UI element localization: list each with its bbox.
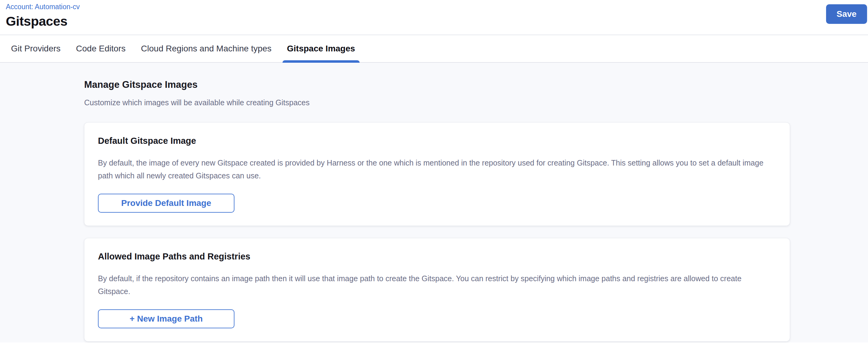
card-description-default-gitspace-image: By default, the image of every new Gitsp…: [98, 156, 768, 182]
tab-git-providers[interactable]: Git Providers: [6, 35, 65, 62]
provide-default-image-button[interactable]: Provide Default Image: [98, 194, 235, 213]
account-breadcrumb-link[interactable]: Account: Automation-cv: [6, 2, 80, 11]
page-title: Gitspaces: [6, 13, 868, 29]
card-title-default-gitspace-image: Default Gitspace Image: [98, 135, 776, 146]
tab-gitspace-images[interactable]: Gitspace Images: [282, 35, 360, 62]
section-subheading: Customize which images will be available…: [84, 98, 868, 107]
page-header: Account: Automation-cv Gitspaces Save: [0, 0, 868, 35]
save-button[interactable]: Save: [826, 4, 867, 24]
allowed-image-paths-card: Allowed Image Paths and Registries By de…: [84, 238, 790, 341]
tab-code-editors[interactable]: Code Editors: [71, 35, 130, 62]
settings-tabbar: Git Providers Code Editors Cloud Regions…: [0, 35, 868, 63]
section-heading: Manage Gitspace Images: [84, 79, 868, 90]
card-title-allowed-image-paths: Allowed Image Paths and Registries: [98, 251, 776, 261]
card-description-allowed-image-paths: By default, if the repository contains a…: [98, 272, 768, 298]
new-image-path-button[interactable]: + New Image Path: [98, 309, 235, 328]
default-gitspace-image-card: Default Gitspace Image By default, the i…: [84, 122, 790, 226]
content-area: Manage Gitspace Images Customize which i…: [0, 63, 868, 342]
tab-cloud-regions-and-machine-types[interactable]: Cloud Regions and Machine types: [136, 35, 276, 62]
